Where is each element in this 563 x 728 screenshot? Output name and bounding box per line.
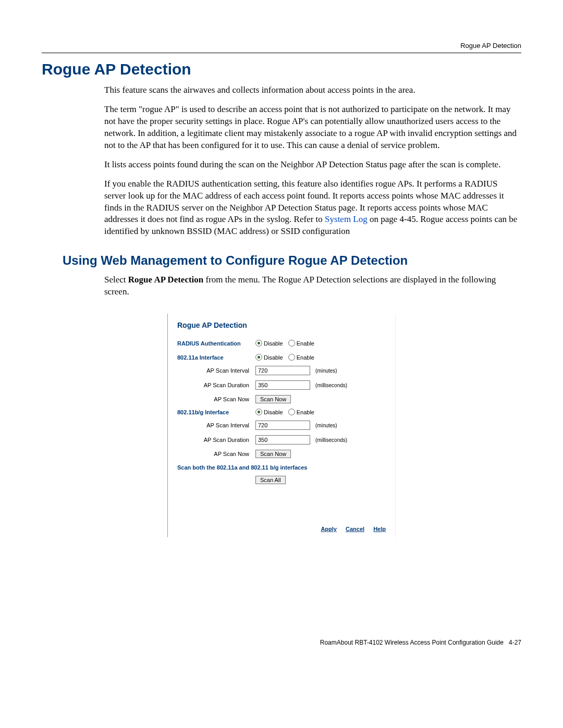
iface-a-scan-now-row: AP Scan Now Scan Now xyxy=(177,395,386,403)
radio-icon xyxy=(255,354,262,361)
page-title: Rogue AP Detection xyxy=(42,60,521,78)
radius-disable-radio[interactable]: Disable xyxy=(255,340,283,347)
radio-icon xyxy=(288,409,295,415)
unit-label: (minutes) xyxy=(315,423,337,428)
radio-label: Disable xyxy=(264,409,283,415)
radio-label: Enable xyxy=(297,340,314,347)
paragraph: Select Rogue AP Detection from the menu.… xyxy=(104,274,521,298)
iface-bg-duration-input[interactable] xyxy=(255,435,310,445)
scan-interval-label: AP Scan Interval xyxy=(177,367,255,374)
scan-all-button[interactable]: Scan All xyxy=(255,476,286,484)
footer-text: RoamAbout RBT-4102 Wireless Access Point… xyxy=(320,639,504,646)
section-heading: Using Web Management to Configure Rogue … xyxy=(63,253,521,268)
radio-icon xyxy=(288,340,295,347)
radio-label: Disable xyxy=(264,340,283,347)
iface-a-enable-radio[interactable]: Enable xyxy=(288,354,314,361)
iface-a-row: 802.11a Interface Disable Enable xyxy=(177,354,386,361)
page-header: Rogue AP Detection xyxy=(42,42,521,53)
radius-auth-row: RADIUS Authentication Disable Enable xyxy=(177,340,386,347)
radio-label: Enable xyxy=(297,409,314,415)
page-footer: RoamAbout RBT-4102 Wireless Access Point… xyxy=(320,639,521,646)
unit-label: (minutes) xyxy=(315,368,337,374)
document-page: Rogue AP Detection Rogue AP Detection Th… xyxy=(0,0,563,667)
scan-now-label: AP Scan Now xyxy=(177,451,255,457)
help-link[interactable]: Help xyxy=(373,526,386,532)
unit-label: (milliseconds) xyxy=(315,382,347,388)
action-bar: Apply Cancel Help xyxy=(177,526,386,532)
bold-text: Rogue AP Detection xyxy=(128,275,203,285)
iface-bg-scan-now-row: AP Scan Now Scan Now xyxy=(177,450,386,458)
scan-both-label: Scan both the 802.11a and 802.11 b/g int… xyxy=(177,464,386,471)
body-text-block: This feature scans the airwaves and coll… xyxy=(104,84,521,238)
radio-icon xyxy=(255,340,262,347)
scan-duration-label: AP Scan Duration xyxy=(177,437,255,443)
config-screenshot: Rogue AP Detection RADIUS Authentication… xyxy=(167,314,396,537)
iface-a-scan-now-button[interactable]: Scan Now xyxy=(255,395,291,403)
iface-bg-label: 802.11b/g Interface xyxy=(177,409,255,415)
radio-label: Enable xyxy=(297,354,314,361)
radio-label: Disable xyxy=(264,354,283,361)
paragraph: It lists access points found during the … xyxy=(104,159,521,171)
scan-interval-label: AP Scan Interval xyxy=(177,422,255,428)
iface-a-label: 802.11a Interface xyxy=(177,354,255,361)
apply-link[interactable]: Apply xyxy=(321,526,337,532)
iface-bg-duration-row: AP Scan Duration (milliseconds) xyxy=(177,435,386,445)
iface-bg-disable-radio[interactable]: Disable xyxy=(255,409,283,415)
text-run: Select xyxy=(104,275,128,285)
header-section-label: Rogue AP Detection xyxy=(42,42,521,53)
footer-page-number: 4-27 xyxy=(509,639,521,646)
radius-enable-radio[interactable]: Enable xyxy=(288,340,314,347)
radius-auth-label: RADIUS Authentication xyxy=(177,340,255,347)
paragraph: The term "rogue AP" is used to describe … xyxy=(104,104,521,152)
iface-a-duration-row: AP Scan Duration (milliseconds) xyxy=(177,380,386,390)
iface-bg-interval-row: AP Scan Interval (minutes) xyxy=(177,421,386,430)
scan-now-label: AP Scan Now xyxy=(177,396,255,402)
iface-a-duration-input[interactable] xyxy=(255,380,310,390)
iface-bg-interval-input[interactable] xyxy=(255,421,310,430)
radio-icon xyxy=(255,409,262,415)
iface-a-disable-radio[interactable]: Disable xyxy=(255,354,283,361)
unit-label: (milliseconds) xyxy=(315,437,347,443)
radio-icon xyxy=(288,354,295,361)
iface-a-interval-input[interactable] xyxy=(255,366,310,375)
scan-all-row: Scan All xyxy=(177,476,386,484)
system-log-link[interactable]: System Log xyxy=(325,214,368,224)
scan-duration-label: AP Scan Duration xyxy=(177,382,255,388)
body-text-block: Select Rogue AP Detection from the menu.… xyxy=(104,274,521,298)
iface-bg-enable-radio[interactable]: Enable xyxy=(288,409,314,415)
iface-a-interval-row: AP Scan Interval (minutes) xyxy=(177,366,386,375)
panel-title: Rogue AP Detection xyxy=(177,321,386,329)
paragraph: This feature scans the airwaves and coll… xyxy=(104,84,521,96)
paragraph: If you enable the RADIUS authentication … xyxy=(104,178,521,238)
iface-bg-scan-now-button[interactable]: Scan Now xyxy=(255,450,291,458)
cancel-link[interactable]: Cancel xyxy=(346,526,364,532)
iface-bg-row: 802.11b/g Interface Disable Enable xyxy=(177,409,386,415)
